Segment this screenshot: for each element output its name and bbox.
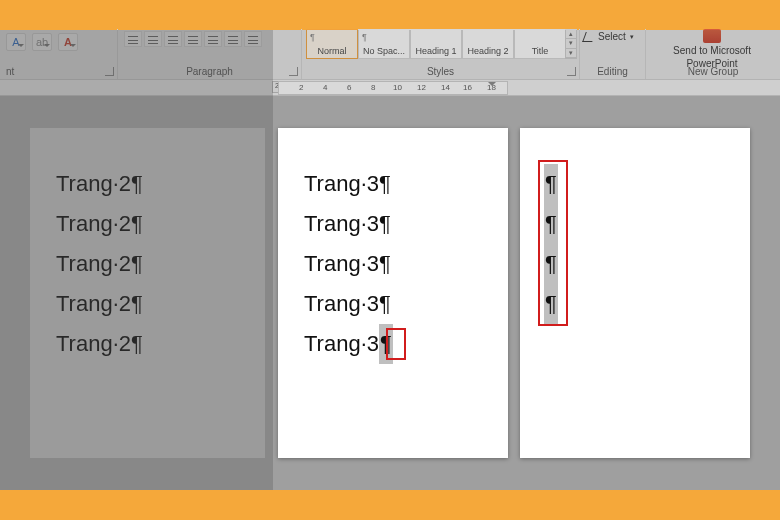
paragraph-group-label: Paragraph [118, 66, 301, 77]
style-label: Heading 2 [467, 46, 508, 56]
font-color-button[interactable]: A [58, 33, 78, 51]
bullets-button[interactable] [124, 31, 142, 47]
page-2[interactable]: Trang·2¶ Trang·2¶ Trang·2¶ Trang·2¶ Tran… [30, 128, 265, 458]
ruler-tick: 14 [441, 83, 450, 92]
multilevel-button[interactable] [164, 31, 182, 47]
ruler-tick: 2 [299, 83, 303, 92]
ribbon-group-styles: ¶Normal ¶No Spac... Heading 1 Heading 2 … [302, 29, 580, 79]
selected-pilcrow[interactable]: ¶ [379, 324, 393, 364]
style-label: Title [532, 46, 549, 56]
numbering-button[interactable] [144, 31, 162, 47]
ruler-indent-marker[interactable] [488, 82, 496, 90]
text-line[interactable]: ¶ [544, 244, 558, 284]
text-line[interactable]: ¶ [544, 204, 558, 244]
decrease-indent-button[interactable] [184, 31, 202, 47]
ruler-tick: 4 [323, 83, 327, 92]
style-label: Normal [317, 46, 346, 56]
ruler-tick: 6 [347, 83, 351, 92]
newgroup-label: New Group [646, 66, 780, 77]
page-2-content[interactable]: Trang·2¶ Trang·2¶ Trang·2¶ Trang·2¶ Tran… [56, 164, 143, 364]
style-gallery: ¶Normal ¶No Spac... Heading 1 Heading 2 … [306, 29, 566, 61]
document-canvas[interactable]: Trang·2¶ Trang·2¶ Trang·2¶ Trang·2¶ Tran… [0, 96, 780, 490]
highlight-button[interactable]: ab [32, 33, 52, 51]
powerpoint-icon [703, 29, 721, 43]
show-marks-button[interactable] [244, 31, 262, 47]
style-label: No Spac... [363, 46, 405, 56]
ribbon-group-paragraph: Paragraph [118, 29, 302, 79]
style-label: Heading 1 [415, 46, 456, 56]
page-4[interactable]: ¶ ¶ ¶ ¶ [520, 128, 750, 458]
style-item-title[interactable]: Title [514, 29, 566, 59]
ruler-tick: 16 [463, 83, 472, 92]
style-item-nospacing[interactable]: ¶No Spac... [358, 29, 410, 59]
style-gallery-scroll[interactable]: ▴▾▾ [565, 29, 577, 59]
ruler-tick: 10 [393, 83, 402, 92]
text-line[interactable]: Trang·2¶ [56, 244, 143, 284]
text-line[interactable]: Trang·2¶ [56, 324, 143, 364]
text-line[interactable]: Trang·3¶ [304, 164, 393, 204]
style-item-normal[interactable]: ¶Normal [306, 29, 358, 59]
style-item-heading2[interactable]: Heading 2 [462, 29, 514, 59]
select-label: Select [598, 31, 626, 42]
selected-pilcrow[interactable]: ¶ [544, 204, 558, 244]
text-line[interactable]: Trang·3¶ [304, 204, 393, 244]
text-line[interactable]: Trang·3¶ [304, 324, 393, 364]
sort-button[interactable] [224, 31, 242, 47]
font-dialog-launcher[interactable] [105, 67, 114, 76]
text-line[interactable]: ¶ [544, 284, 558, 324]
ribbon-group-newgroup: Send to Microsoft PowerPoint New Group [646, 29, 780, 79]
select-button[interactable]: Select▾ [584, 29, 634, 44]
word-app-frame: A ab A nt Paragraph ¶Normal ¶ [0, 30, 780, 490]
selected-pilcrow[interactable]: ¶ [544, 284, 558, 324]
text-line[interactable]: Trang·2¶ [56, 204, 143, 244]
ribbon: A ab A nt Paragraph ¶Normal ¶ [0, 30, 780, 80]
ruler-tick: 8 [371, 83, 375, 92]
selected-pilcrow[interactable]: ¶ [544, 164, 558, 204]
editing-group-label: Editing [580, 66, 645, 77]
style-item-heading1[interactable]: Heading 1 [410, 29, 462, 59]
text-run[interactable]: Trang·3 [304, 331, 379, 356]
page-3-content[interactable]: Trang·3¶ Trang·3¶ Trang·3¶ Trang·3¶ Tran… [304, 164, 393, 364]
text-line[interactable]: Trang·2¶ [56, 284, 143, 324]
paragraph-dialog-launcher[interactable] [289, 67, 298, 76]
text-line[interactable]: Trang·3¶ [304, 284, 393, 324]
font-group-label: nt [0, 66, 117, 77]
text-effects-button[interactable]: A [6, 33, 26, 51]
send-to-powerpoint-button[interactable]: Send to Microsoft PowerPoint [652, 29, 772, 70]
page-4-content[interactable]: ¶ ¶ ¶ ¶ [544, 164, 558, 324]
styles-group-label: Styles [302, 66, 579, 77]
page-3[interactable]: Trang·3¶ Trang·3¶ Trang·3¶ Trang·3¶ Tran… [278, 128, 508, 458]
ribbon-group-font: A ab A nt [0, 29, 118, 79]
text-line[interactable]: Trang·2¶ [56, 164, 143, 204]
styles-dialog-launcher[interactable] [567, 67, 576, 76]
ruler-tick: 12 [417, 83, 426, 92]
selected-pilcrow[interactable]: ¶ [544, 244, 558, 284]
text-line[interactable]: Trang·3¶ [304, 244, 393, 284]
text-line[interactable]: ¶ [544, 164, 558, 204]
horizontal-ruler[interactable]: 2 2 4 6 8 10 12 14 16 18 [0, 80, 780, 96]
ruler-scale: 2 4 6 8 10 12 14 16 18 [278, 81, 508, 95]
ribbon-group-editing: Select▾ Editing [580, 29, 646, 79]
cursor-icon [582, 32, 596, 42]
increase-indent-button[interactable] [204, 31, 222, 47]
